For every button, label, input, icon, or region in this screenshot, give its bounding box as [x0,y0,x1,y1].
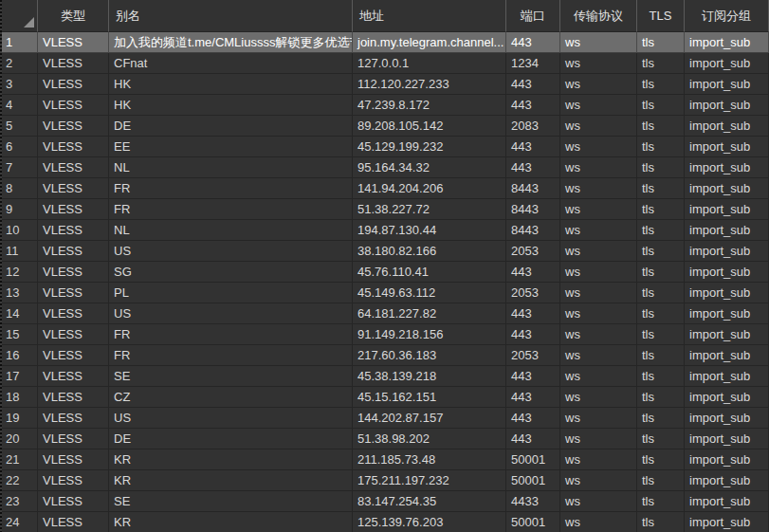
row-number-cell[interactable]: 14 [0,303,38,324]
cell-type[interactable]: VLESS [38,199,109,220]
table-row[interactable]: 16 VLESS FR 217.60.36.183 2053 ws tls im… [0,345,769,366]
cell-address[interactable]: 45.38.139.218 [353,366,506,387]
cell-address[interactable]: 38.180.82.166 [353,241,506,262]
cell-type[interactable]: VLESS [38,303,109,324]
cell-address[interactable]: 47.239.8.172 [353,95,506,116]
cell-address[interactable]: 83.147.254.35 [353,491,506,512]
cell-port[interactable]: 50001 [506,470,560,491]
cell-port[interactable]: 8443 [506,220,560,241]
cell-port[interactable]: 8443 [506,199,560,220]
cell-address[interactable]: 125.139.76.203 [353,512,506,532]
cell-tls[interactable]: tls [637,324,685,345]
cell-type[interactable]: VLESS [38,408,109,429]
cell-alias[interactable]: SG [109,262,353,283]
cell-group[interactable]: import_sub [685,220,769,241]
cell-tls[interactable]: tls [637,283,685,303]
cell-type[interactable]: VLESS [38,32,109,53]
row-number-cell[interactable]: 16 [0,345,38,366]
cell-group[interactable]: import_sub [685,366,769,387]
column-header-address[interactable]: 地址 [353,0,506,32]
cell-type[interactable]: VLESS [38,429,109,449]
cell-type[interactable]: VLESS [38,345,109,366]
row-number-cell[interactable]: 3 [0,74,38,95]
table-row[interactable]: 19 VLESS US 144.202.87.157 443 ws tls im… [0,408,769,429]
row-number-cell[interactable]: 11 [0,241,38,262]
cell-tls[interactable]: tls [637,366,685,387]
row-number-cell[interactable]: 22 [0,470,38,491]
cell-group[interactable]: import_sub [685,408,769,429]
cell-transport[interactable]: ws [560,220,637,241]
cell-port[interactable]: 443 [506,408,560,429]
cell-alias[interactable]: FR [109,345,353,366]
cell-group[interactable]: import_sub [685,387,769,408]
cell-transport[interactable]: ws [560,95,637,116]
cell-group[interactable]: import_sub [685,137,769,157]
table-row[interactable]: 14 VLESS US 64.181.227.82 443 ws tls imp… [0,303,769,324]
table-row[interactable]: 15 VLESS FR 91.149.218.156 443 ws tls im… [0,324,769,345]
cell-group[interactable]: import_sub [685,178,769,199]
table-row[interactable]: 6 VLESS EE 45.129.199.232 443 ws tls imp… [0,137,769,157]
cell-transport[interactable]: ws [560,387,637,408]
cell-alias[interactable]: FR [109,199,353,220]
row-number-cell[interactable]: 13 [0,283,38,303]
row-number-cell[interactable]: 18 [0,387,38,408]
column-header-type[interactable]: 类型 [38,0,109,32]
row-number-cell[interactable]: 20 [0,429,38,449]
cell-address[interactable]: 112.120.227.233 [353,74,506,95]
cell-type[interactable]: VLESS [38,95,109,116]
column-header-transport[interactable]: 传输协议 [560,0,637,32]
table-row[interactable]: 9 VLESS FR 51.38.227.72 8443 ws tls impo… [0,199,769,220]
cell-tls[interactable]: tls [637,303,685,324]
cell-transport[interactable]: ws [560,262,637,283]
cell-alias[interactable]: PL [109,283,353,303]
cell-tls[interactable]: tls [637,95,685,116]
cell-port[interactable]: 50001 [506,512,560,532]
cell-port[interactable]: 4433 [506,491,560,512]
cell-transport[interactable]: ws [560,241,637,262]
row-number-cell[interactable]: 23 [0,491,38,512]
cell-transport[interactable]: ws [560,324,637,345]
cell-tls[interactable]: tls [637,262,685,283]
table-row[interactable]: 5 VLESS DE 89.208.105.142 2083 ws tls im… [0,116,769,137]
cell-alias[interactable]: CFnat [109,53,353,74]
cell-group[interactable]: import_sub [685,324,769,345]
table-row[interactable]: 8 VLESS FR 141.94.204.206 8443 ws tls im… [0,178,769,199]
cell-type[interactable]: VLESS [38,137,109,157]
cell-address[interactable]: 64.181.227.82 [353,303,506,324]
cell-tls[interactable]: tls [637,429,685,449]
row-number-cell[interactable]: 21 [0,449,38,470]
cell-transport[interactable]: ws [560,303,637,324]
cell-tls[interactable]: tls [637,178,685,199]
cell-transport[interactable]: ws [560,470,637,491]
cell-transport[interactable]: ws [560,366,637,387]
cell-tls[interactable]: tls [637,137,685,157]
cell-alias[interactable]: FR [109,178,353,199]
cell-type[interactable]: VLESS [38,470,109,491]
cell-transport[interactable]: ws [560,408,637,429]
cell-port[interactable]: 50001 [506,449,560,470]
cell-group[interactable]: import_sub [685,53,769,74]
cell-tls[interactable]: tls [637,345,685,366]
cell-group[interactable]: import_sub [685,74,769,95]
cell-tls[interactable]: tls [637,387,685,408]
cell-address[interactable]: join.my.telegram.channel... [353,32,506,53]
cell-address[interactable]: 211.185.73.48 [353,449,506,470]
cell-alias[interactable]: DE [109,429,353,449]
cell-tls[interactable]: tls [637,512,685,532]
table-row[interactable]: 10 VLESS NL 194.87.130.44 8443 ws tls im… [0,220,769,241]
cell-address[interactable]: 217.60.36.183 [353,345,506,366]
cell-alias[interactable]: NL [109,157,353,178]
cell-group[interactable]: import_sub [685,199,769,220]
cell-transport[interactable]: ws [560,429,637,449]
cell-tls[interactable]: tls [637,199,685,220]
cell-address[interactable]: 91.149.218.156 [353,324,506,345]
cell-port[interactable]: 443 [506,262,560,283]
cell-port[interactable]: 2053 [506,241,560,262]
cell-group[interactable]: import_sub [685,32,769,53]
cell-tls[interactable]: tls [637,449,685,470]
cell-transport[interactable]: ws [560,137,637,157]
cell-address[interactable]: 127.0.0.1 [353,53,506,74]
cell-group[interactable]: import_sub [685,491,769,512]
cell-tls[interactable]: tls [637,470,685,491]
cell-tls[interactable]: tls [637,116,685,137]
